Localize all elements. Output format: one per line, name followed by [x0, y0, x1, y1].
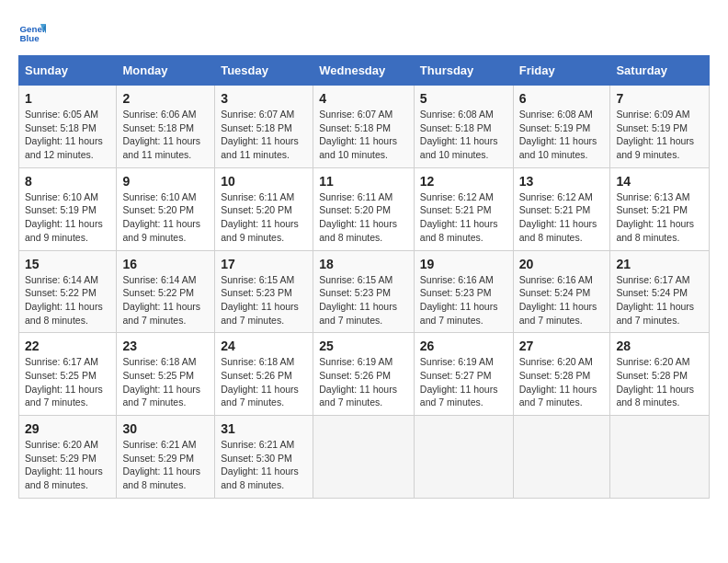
calendar-cell — [513, 416, 610, 499]
day-info: Sunrise: 6:07 AMSunset: 5:18 PMDaylight:… — [319, 108, 408, 162]
day-info: Sunrise: 6:07 AMSunset: 5:18 PMDaylight:… — [221, 108, 307, 162]
day-header-tuesday: Tuesday — [215, 56, 313, 86]
calendar-cell: 26Sunrise: 6:19 AMSunset: 5:27 PMDayligh… — [414, 333, 513, 416]
day-number: 27 — [519, 339, 605, 353]
day-info: Sunrise: 6:08 AMSunset: 5:19 PMDaylight:… — [519, 108, 605, 162]
day-info: Sunrise: 6:10 AMSunset: 5:20 PMDaylight:… — [122, 190, 209, 245]
day-info: Sunrise: 6:20 AMSunset: 5:28 PMDaylight:… — [519, 355, 605, 409]
day-info: Sunrise: 6:11 AMSunset: 5:20 PMDaylight:… — [221, 190, 307, 245]
calendar-cell: 17Sunrise: 6:15 AMSunset: 5:23 PMDayligh… — [215, 250, 313, 333]
calendar-cell: 11Sunrise: 6:11 AMSunset: 5:20 PMDayligh… — [313, 167, 415, 250]
calendar-cell: 21Sunrise: 6:17 AMSunset: 5:24 PMDayligh… — [610, 250, 710, 333]
day-info: Sunrise: 6:18 AMSunset: 5:26 PMDaylight:… — [221, 355, 307, 409]
day-info: Sunrise: 6:20 AMSunset: 5:29 PMDaylight:… — [25, 438, 110, 492]
day-number: 12 — [420, 174, 507, 189]
day-number: 7 — [616, 91, 703, 106]
day-number: 10 — [221, 174, 307, 189]
day-info: Sunrise: 6:19 AMSunset: 5:27 PMDaylight:… — [420, 355, 507, 409]
day-number: 3 — [221, 91, 307, 106]
day-number: 1 — [25, 91, 110, 106]
calendar-cell: 1Sunrise: 6:05 AMSunset: 5:18 PMDaylight… — [19, 86, 117, 168]
calendar-cell: 15Sunrise: 6:14 AMSunset: 5:22 PMDayligh… — [19, 250, 117, 333]
day-number: 5 — [420, 91, 507, 106]
day-number: 31 — [221, 421, 307, 436]
calendar-cell: 25Sunrise: 6:19 AMSunset: 5:26 PMDayligh… — [313, 333, 415, 416]
day-number: 18 — [319, 257, 408, 271]
calendar-cell — [414, 416, 513, 499]
calendar-cell: 3Sunrise: 6:07 AMSunset: 5:18 PMDaylight… — [215, 86, 313, 168]
day-info: Sunrise: 6:11 AMSunset: 5:20 PMDaylight:… — [319, 190, 408, 245]
day-number: 14 — [616, 174, 703, 189]
calendar-cell: 31Sunrise: 6:21 AMSunset: 5:30 PMDayligh… — [215, 416, 313, 499]
day-info: Sunrise: 6:15 AMSunset: 5:23 PMDaylight:… — [319, 273, 408, 327]
day-header-saturday: Saturday — [610, 56, 710, 86]
day-info: Sunrise: 6:14 AMSunset: 5:22 PMDaylight:… — [122, 273, 209, 327]
day-number: 11 — [319, 174, 408, 189]
calendar-cell: 5Sunrise: 6:08 AMSunset: 5:18 PMDaylight… — [414, 86, 513, 168]
calendar-cell: 20Sunrise: 6:16 AMSunset: 5:24 PMDayligh… — [513, 250, 610, 333]
calendar-cell: 16Sunrise: 6:14 AMSunset: 5:22 PMDayligh… — [117, 250, 215, 333]
day-number: 20 — [519, 257, 605, 271]
calendar-cell: 9Sunrise: 6:10 AMSunset: 5:20 PMDaylight… — [117, 167, 215, 250]
day-info: Sunrise: 6:17 AMSunset: 5:25 PMDaylight:… — [25, 355, 110, 409]
page-header: General Blue — [18, 18, 710, 46]
day-info: Sunrise: 6:14 AMSunset: 5:22 PMDaylight:… — [25, 273, 110, 327]
calendar-table: SundayMondayTuesdayWednesdayThursdayFrid… — [18, 55, 710, 499]
day-number: 28 — [616, 339, 703, 353]
calendar-cell: 10Sunrise: 6:11 AMSunset: 5:20 PMDayligh… — [215, 167, 313, 250]
calendar-cell: 2Sunrise: 6:06 AMSunset: 5:18 PMDaylight… — [117, 86, 215, 168]
svg-text:Blue: Blue — [20, 33, 40, 43]
day-info: Sunrise: 6:20 AMSunset: 5:28 PMDaylight:… — [616, 355, 703, 409]
day-number: 6 — [519, 91, 605, 106]
calendar-cell: 28Sunrise: 6:20 AMSunset: 5:28 PMDayligh… — [610, 333, 710, 416]
calendar-cell: 6Sunrise: 6:08 AMSunset: 5:19 PMDaylight… — [513, 86, 610, 168]
day-info: Sunrise: 6:10 AMSunset: 5:19 PMDaylight:… — [25, 190, 110, 245]
day-number: 23 — [122, 339, 209, 353]
day-info: Sunrise: 6:05 AMSunset: 5:18 PMDaylight:… — [25, 108, 110, 162]
calendar-cell: 12Sunrise: 6:12 AMSunset: 5:21 PMDayligh… — [414, 167, 513, 250]
day-number: 4 — [319, 91, 408, 106]
day-info: Sunrise: 6:13 AMSunset: 5:21 PMDaylight:… — [616, 190, 703, 245]
calendar-cell: 27Sunrise: 6:20 AMSunset: 5:28 PMDayligh… — [513, 333, 610, 416]
day-header-friday: Friday — [513, 56, 610, 86]
day-number: 16 — [122, 257, 209, 271]
day-info: Sunrise: 6:18 AMSunset: 5:25 PMDaylight:… — [122, 355, 209, 409]
calendar-cell — [313, 416, 415, 499]
calendar-cell: 22Sunrise: 6:17 AMSunset: 5:25 PMDayligh… — [19, 333, 117, 416]
calendar-cell: 29Sunrise: 6:20 AMSunset: 5:29 PMDayligh… — [19, 416, 117, 499]
day-header-wednesday: Wednesday — [313, 56, 415, 86]
calendar-cell: 4Sunrise: 6:07 AMSunset: 5:18 PMDaylight… — [313, 86, 415, 168]
day-number: 26 — [420, 339, 507, 353]
calendar-cell: 24Sunrise: 6:18 AMSunset: 5:26 PMDayligh… — [215, 333, 313, 416]
day-info: Sunrise: 6:16 AMSunset: 5:23 PMDaylight:… — [420, 273, 507, 327]
calendar-cell: 19Sunrise: 6:16 AMSunset: 5:23 PMDayligh… — [414, 250, 513, 333]
calendar-cell: 30Sunrise: 6:21 AMSunset: 5:29 PMDayligh… — [117, 416, 215, 499]
day-number: 30 — [122, 421, 209, 436]
day-number: 15 — [25, 257, 110, 271]
day-number: 25 — [319, 339, 408, 353]
day-number: 29 — [25, 421, 110, 436]
day-number: 17 — [221, 257, 307, 271]
day-info: Sunrise: 6:21 AMSunset: 5:30 PMDaylight:… — [221, 438, 307, 492]
day-number: 9 — [122, 174, 209, 189]
day-info: Sunrise: 6:12 AMSunset: 5:21 PMDaylight:… — [519, 190, 605, 245]
day-info: Sunrise: 6:17 AMSunset: 5:24 PMDaylight:… — [616, 273, 703, 327]
calendar-cell: 14Sunrise: 6:13 AMSunset: 5:21 PMDayligh… — [610, 167, 710, 250]
day-info: Sunrise: 6:09 AMSunset: 5:19 PMDaylight:… — [616, 108, 703, 162]
day-info: Sunrise: 6:08 AMSunset: 5:18 PMDaylight:… — [420, 108, 507, 162]
day-info: Sunrise: 6:15 AMSunset: 5:23 PMDaylight:… — [221, 273, 307, 327]
calendar-cell: 7Sunrise: 6:09 AMSunset: 5:19 PMDaylight… — [610, 86, 710, 168]
day-number: 22 — [25, 339, 110, 353]
day-info: Sunrise: 6:06 AMSunset: 5:18 PMDaylight:… — [122, 108, 209, 162]
calendar-cell — [610, 416, 710, 499]
day-header-monday: Monday — [117, 56, 215, 86]
day-info: Sunrise: 6:19 AMSunset: 5:26 PMDaylight:… — [319, 355, 408, 409]
calendar-cell: 13Sunrise: 6:12 AMSunset: 5:21 PMDayligh… — [513, 167, 610, 250]
day-header-thursday: Thursday — [414, 56, 513, 86]
calendar-cell: 23Sunrise: 6:18 AMSunset: 5:25 PMDayligh… — [117, 333, 215, 416]
calendar-cell: 8Sunrise: 6:10 AMSunset: 5:19 PMDaylight… — [19, 167, 117, 250]
day-info: Sunrise: 6:12 AMSunset: 5:21 PMDaylight:… — [420, 190, 507, 245]
day-number: 24 — [221, 339, 307, 353]
calendar-cell: 18Sunrise: 6:15 AMSunset: 5:23 PMDayligh… — [313, 250, 415, 333]
day-info: Sunrise: 6:16 AMSunset: 5:24 PMDaylight:… — [519, 273, 605, 327]
